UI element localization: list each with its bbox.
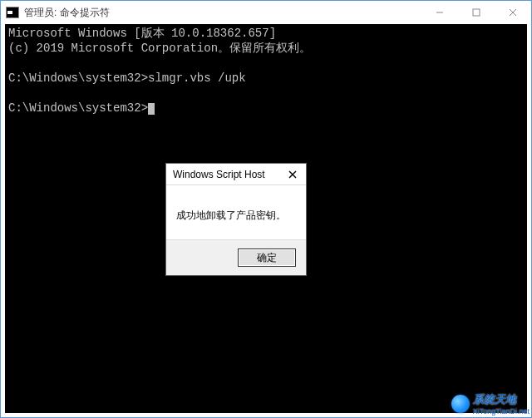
dialog-message: 成功地卸载了产品密钥。 [166,185,306,239]
dialog-titlebar[interactable]: Windows Script Host [166,164,306,185]
terminal-line: Microsoft Windows [版本 10.0.18362.657] [8,27,276,40]
svg-rect-1 [473,9,480,16]
titlebar: 管理员: 命令提示符 [1,1,531,24]
watermark: 系统天地 XiTongTianDi.net [451,392,530,416]
window-title: 管理员: 命令提示符 [24,6,110,20]
cursor [148,103,155,115]
ok-button[interactable]: 确定 [238,248,296,267]
terminal-command: slmgr.vbs /upk [148,71,246,85]
dialog-title: Windows Script Host [173,169,279,180]
watermark-logo-icon [451,395,470,413]
terminal-prompt: C:\Windows\system32> [8,71,148,85]
watermark-name: 系统天地 [473,393,516,406]
dialog-close-button[interactable] [279,164,306,185]
dialog-button-row: 确定 [166,239,306,275]
cmd-icon [6,7,19,18]
script-host-dialog: Windows Script Host 成功地卸载了产品密钥。 确定 [165,163,307,276]
watermark-url: XiTongTianDi.net [473,407,530,416]
close-button[interactable] [495,1,531,24]
minimize-button[interactable] [421,1,458,24]
cmd-window: 管理员: 命令提示符 Microsoft Windows [版本 10.0.18… [0,0,532,418]
terminal-prompt: C:\Windows\system32> [8,101,148,115]
maximize-button[interactable] [458,1,495,24]
terminal-line: (c) 2019 Microsoft Corporation。保留所有权利。 [8,42,311,55]
